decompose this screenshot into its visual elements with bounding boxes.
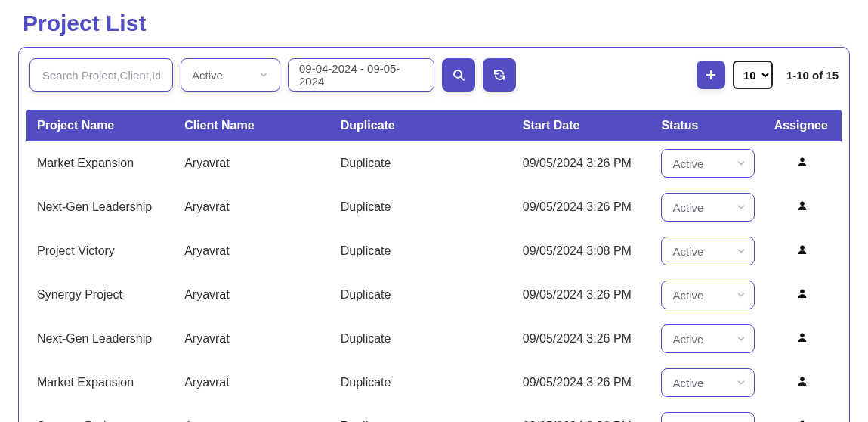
- page-title: Project List: [23, 11, 850, 36]
- th-duplicate[interactable]: Duplicate: [330, 110, 512, 141]
- chevron-down-icon: [736, 202, 746, 213]
- cell-client-name: Aryavrat: [174, 141, 330, 185]
- th-status[interactable]: Status: [650, 110, 763, 141]
- status-filter-value: Active: [192, 69, 223, 82]
- cell-project-name: Synergy Project: [26, 273, 174, 317]
- status-select[interactable]: Active: [661, 149, 755, 178]
- cell-start-date: 09/05/2024 3:26 PM: [512, 273, 651, 317]
- cell-project-name: Project Victory: [26, 229, 174, 273]
- cell-start-date: 09/05/2024 3:08 PM: [512, 229, 651, 273]
- refresh-button[interactable]: [483, 58, 516, 92]
- cell-duplicate[interactable]: Duplicate: [330, 361, 512, 405]
- cell-start-date: 09/05/2024 3:26 PM: [512, 317, 651, 361]
- chevron-down-icon: [736, 377, 746, 388]
- cell-project-name: Next-Gen Leadership: [26, 185, 174, 229]
- cell-project-name: Next-Gen Leadership: [26, 317, 174, 361]
- th-client-name[interactable]: Client Name: [174, 110, 330, 141]
- status-value: Active: [672, 157, 703, 170]
- status-select[interactable]: Active: [661, 281, 755, 309]
- chevron-down-icon: [736, 334, 746, 344]
- status-select[interactable]: Active: [661, 193, 755, 222]
- cell-client-name: Aryavrat: [174, 185, 330, 229]
- table-row: Market Expansion Aryavrat Duplicate 09/0…: [26, 141, 842, 185]
- table-row: Synergy Project Aryavrat Duplicate 09/05…: [26, 273, 842, 317]
- cell-duplicate[interactable]: Duplicate: [330, 185, 512, 229]
- cell-project-name: Synergy Project: [26, 405, 174, 422]
- search-input[interactable]: [41, 68, 162, 82]
- table-row: Next-Gen Leadership Aryavrat Duplicate 0…: [26, 185, 842, 229]
- th-assignee[interactable]: Assignee: [764, 110, 842, 141]
- cell-client-name: Aryavrat: [174, 317, 330, 361]
- user-icon[interactable]: [796, 287, 808, 300]
- table-row: Synergy Project Aryavrat Duplicate 09/05…: [26, 405, 842, 422]
- page-size-select[interactable]: 10: [733, 61, 773, 89]
- chevron-down-icon: [736, 158, 746, 169]
- cell-start-date: 09/05/2024 3:26 PM: [512, 141, 651, 185]
- user-icon[interactable]: [796, 330, 808, 344]
- pagination-text: 1-10 of 15: [786, 69, 839, 82]
- chevron-down-icon: [258, 70, 269, 80]
- user-icon[interactable]: [796, 155, 808, 169]
- cell-duplicate[interactable]: Duplicate: [330, 229, 512, 273]
- cell-project-name: Market Expansion: [26, 361, 174, 405]
- user-icon[interactable]: [796, 199, 808, 213]
- status-select[interactable]: Active: [661, 412, 755, 422]
- cell-client-name: Aryavrat: [174, 405, 330, 422]
- cell-project-name: Market Expansion: [26, 141, 174, 185]
- cell-duplicate[interactable]: Duplicate: [330, 405, 512, 422]
- user-icon[interactable]: [796, 418, 808, 422]
- cell-duplicate[interactable]: Duplicate: [330, 317, 512, 361]
- cell-start-date: 09/05/2024 3:26 PM: [512, 405, 651, 422]
- plus-icon: [705, 69, 717, 81]
- th-project-name[interactable]: Project Name: [26, 110, 174, 141]
- cell-client-name: Aryavrat: [174, 361, 330, 405]
- table-row: Next-Gen Leadership Aryavrat Duplicate 0…: [26, 317, 842, 361]
- search-icon: [452, 68, 465, 82]
- user-icon[interactable]: [796, 374, 808, 388]
- status-value: Active: [672, 333, 703, 346]
- search-button[interactable]: [442, 58, 475, 92]
- cell-duplicate[interactable]: Duplicate: [330, 273, 512, 317]
- add-button[interactable]: [697, 61, 725, 89]
- cell-start-date: 09/05/2024 3:26 PM: [512, 361, 651, 405]
- status-value: Active: [672, 201, 703, 214]
- search-input-wrapper[interactable]: [29, 58, 173, 92]
- cell-start-date: 09/05/2024 3:26 PM: [512, 185, 651, 229]
- status-select[interactable]: Active: [661, 237, 755, 265]
- status-value: Active: [672, 289, 703, 302]
- status-select[interactable]: Active: [661, 368, 755, 397]
- table-row: Project Victory Aryavrat Duplicate 09/05…: [26, 229, 842, 273]
- toolbar: Active 09-04-2024 - 09-05-2024: [26, 58, 842, 92]
- cell-duplicate[interactable]: Duplicate: [330, 141, 512, 185]
- th-start-date[interactable]: Start Date: [512, 110, 651, 141]
- status-filter-select[interactable]: Active: [181, 58, 280, 92]
- table-row: Market Expansion Aryavrat Duplicate 09/0…: [26, 361, 842, 405]
- user-icon[interactable]: [796, 243, 808, 256]
- status-value: Active: [672, 377, 703, 389]
- chevron-down-icon: [736, 246, 746, 256]
- refresh-icon: [493, 68, 506, 82]
- projects-table: Project Name Client Name Duplicate Start…: [26, 110, 842, 422]
- cell-client-name: Aryavrat: [174, 229, 330, 273]
- cell-client-name: Aryavrat: [174, 273, 330, 317]
- date-range-value: 09-04-2024 - 09-05-2024: [299, 62, 423, 88]
- status-value: Active: [672, 245, 703, 258]
- status-select[interactable]: Active: [661, 324, 755, 353]
- chevron-down-icon: [736, 290, 746, 300]
- panel: Active 09-04-2024 - 09-05-2024: [18, 47, 850, 422]
- date-range-input[interactable]: 09-04-2024 - 09-05-2024: [288, 58, 434, 92]
